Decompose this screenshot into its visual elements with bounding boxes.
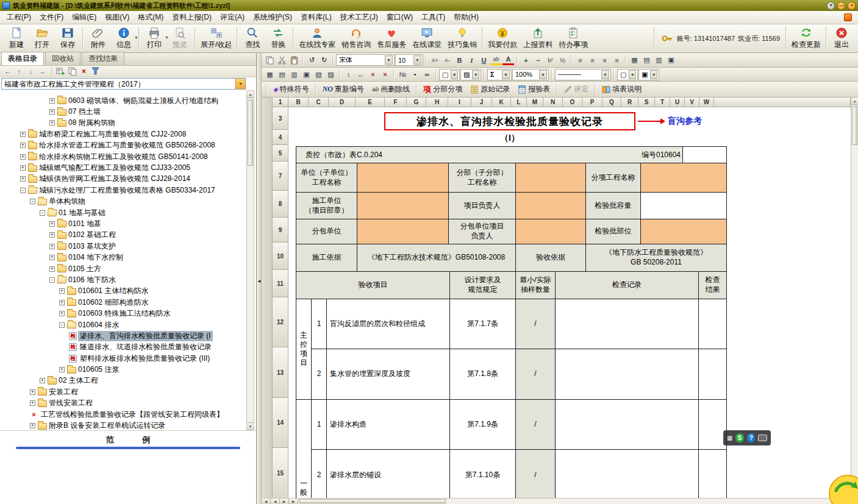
unfreeze-panes-icon[interactable]: ▨: [325, 69, 337, 80]
row-header[interactable]: 13: [273, 347, 288, 398]
column-header[interactable]: L: [511, 98, 527, 107]
add-table-icon[interactable]: [55, 66, 66, 76]
border-top-icon[interactable]: ▤: [641, 54, 652, 66]
find-button[interactable]: 查找: [240, 26, 265, 51]
form-input-cell[interactable]: [516, 219, 586, 244]
undo-icon[interactable]: ↺: [306, 54, 318, 66]
form-input-cell[interactable]: [516, 193, 586, 219]
fraction-icon[interactable]: ½: [557, 54, 568, 66]
font-size-combo[interactable]: 10▼: [395, 54, 423, 66]
insert-row-icon[interactable]: ↕: [343, 69, 354, 80]
panel-splitter[interactable]: ◄: [257, 53, 262, 504]
font-name-combo[interactable]: 宋体▼: [336, 54, 395, 66]
tree-expand-icon[interactable]: +: [30, 423, 35, 428]
tree-expand-icon[interactable]: +: [49, 266, 55, 272]
chevron-down-icon[interactable]: ▼: [629, 70, 636, 79]
ime-keyboard-icon[interactable]: [758, 435, 767, 441]
row-header[interactable]: 4: [273, 130, 288, 145]
tree-item-label[interactable]: 隧道排水、坑道排水检验批质量验收记录: [78, 342, 213, 352]
nav-last-icon[interactable]: ▶: [289, 499, 298, 504]
tree-item-label[interactable]: 附录B 设备安装工程单机试运转记录: [47, 421, 167, 430]
after-sales-button[interactable]: 售后服务: [374, 26, 409, 51]
filter-icon[interactable]: [90, 66, 101, 76]
menu-item-system-maintain[interactable]: 系统维护(S): [249, 11, 296, 24]
tree-expand-icon[interactable]: +: [49, 109, 55, 115]
item-result-cell[interactable]: [699, 400, 726, 449]
numbering-icon[interactable]: №: [397, 69, 409, 80]
tree-item-label[interactable]: 0101 地基: [66, 219, 103, 229]
tree-expand-icon[interactable]: +: [49, 98, 55, 104]
report-form-button[interactable]: 报验表: [514, 83, 554, 96]
tree-item-label[interactable]: 渗排水、盲沟排水检验批质量验收记录 (I: [78, 331, 213, 341]
tree-item-label[interactable]: 0102 基础工程: [66, 230, 118, 240]
tree-item-label[interactable]: 0105 土方: [66, 264, 103, 274]
nav-forward-icon[interactable]: →: [37, 66, 48, 76]
item-sample-cell[interactable]: /: [516, 299, 556, 349]
dropdown-button[interactable]: ▼: [235, 79, 245, 89]
split-cells-icon[interactable]: ▣: [301, 69, 312, 80]
menu-item-view[interactable]: 视图(V): [101, 11, 134, 24]
copy-icon[interactable]: [264, 54, 276, 66]
delete-row-icon[interactable]: ×: [367, 69, 379, 80]
tree-expand-icon[interactable]: +: [59, 311, 65, 316]
insert-column-icon[interactable]: ↔: [355, 69, 366, 80]
row-header[interactable]: 15: [273, 448, 288, 498]
item-record-cell[interactable]: [556, 299, 699, 349]
column-header[interactable]: B: [288, 98, 309, 107]
scrollbar-thumb[interactable]: [248, 100, 253, 166]
object-combo[interactable]: ▣▼: [638, 69, 659, 80]
tree-item-label[interactable]: 0603 砌筑墙体、钢筋混凝土顶板人行地道结构: [66, 96, 220, 106]
column-header[interactable]: S: [638, 98, 655, 107]
tree-expand-icon[interactable]: +: [59, 367, 65, 372]
tree-item-label[interactable]: 城市桥梁工程施工与质量验收规范 CJJ2-2008: [37, 129, 188, 140]
check-update-button[interactable]: 检查更新: [788, 26, 824, 51]
new-button[interactable]: 新建: [4, 26, 29, 51]
column-header[interactable]: E: [356, 98, 385, 107]
row-header[interactable]: 8: [273, 191, 288, 218]
line-style-combo[interactable]: ▼: [555, 69, 611, 80]
attachment-button[interactable]: 附件: [85, 26, 111, 51]
row-header[interactable]: 1: [273, 98, 288, 107]
document-title-cell[interactable]: 渗排水、盲沟排水检验批质量验收记录: [384, 112, 635, 130]
bold-icon[interactable]: B: [454, 54, 465, 66]
scroll-up-icon[interactable]: ▲: [851, 98, 858, 105]
tree-item-label[interactable]: 010604 排水: [76, 320, 121, 330]
menu-item-assessment[interactable]: 评定(A): [216, 11, 249, 24]
item-record-cell[interactable]: [556, 400, 699, 449]
tree-item-label[interactable]: 0104 地下水控制: [66, 252, 125, 263]
nav-prev-icon[interactable]: ◀: [271, 499, 280, 504]
item-record-cell[interactable]: [556, 450, 699, 498]
merge-across-icon[interactable]: ▤: [276, 69, 288, 80]
column-header[interactable]: J: [471, 98, 492, 107]
menu-item-window[interactable]: 窗口(W): [382, 11, 417, 24]
item-record-cell[interactable]: [556, 349, 699, 399]
column-header[interactable]: C: [309, 98, 329, 107]
menu-item-data-report[interactable]: 资料上报(D): [168, 11, 216, 24]
info-button[interactable]: 信息▼: [111, 26, 137, 51]
row-header[interactable]: 10: [273, 243, 288, 270]
row-header[interactable]: 7: [273, 161, 288, 191]
row-header[interactable]: 3: [273, 107, 288, 130]
column-header[interactable]: U: [670, 98, 685, 107]
row-header[interactable]: 14: [273, 398, 288, 448]
tree-scrollbar[interactable]: ▲ ▼: [246, 90, 254, 430]
column-header[interactable]: G: [407, 98, 426, 107]
item-result-cell[interactable]: [699, 349, 726, 399]
ime-sogou-icon[interactable]: S: [735, 433, 743, 442]
tree-collapse-icon[interactable]: -: [40, 210, 45, 216]
autosum-combo[interactable]: Σ▼: [487, 69, 512, 80]
nav-down-icon[interactable]: ↓: [26, 66, 36, 76]
scrollbar-thumb[interactable]: [299, 499, 446, 503]
column-header[interactable]: V: [685, 98, 699, 107]
column-header[interactable]: O: [563, 98, 582, 107]
align-center-icon[interactable]: ≡: [587, 54, 598, 66]
column-header[interactable]: D: [329, 98, 356, 107]
ime-grid-icon[interactable]: ▦: [727, 435, 732, 441]
chevron-down-icon[interactable]: ▼: [539, 70, 547, 79]
nav-next-icon[interactable]: ▶: [280, 499, 289, 504]
align-justify-icon[interactable]: ≡: [611, 54, 623, 66]
minimize-button[interactable]: —: [837, 2, 845, 10]
tab-catalog[interactable]: 表格目录: [1, 52, 44, 65]
tree-item-label[interactable]: 0103 基坑支护: [66, 241, 118, 252]
sales-consult-button[interactable]: 销售咨询: [338, 26, 374, 51]
